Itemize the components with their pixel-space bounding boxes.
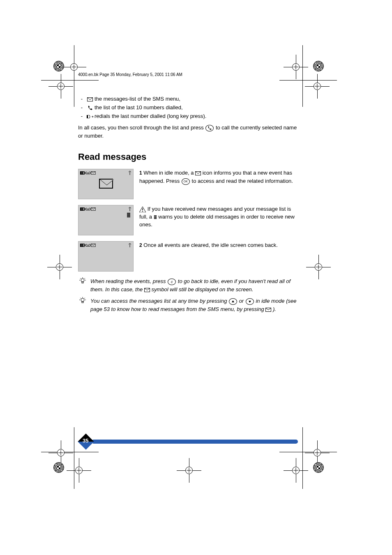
list-item-label: the list of the last 10 numbers dialled, [95, 104, 300, 112]
registration-mark-icon [177, 458, 201, 483]
instruction-row: 2 Once all events are cleared, the idle … [78, 241, 300, 272]
tip-paragraph: When reading the events, press c to go b… [78, 277, 300, 294]
envelope-icon [265, 306, 273, 312]
svg-point-6 [85, 172, 88, 174]
status-bar [80, 171, 131, 176]
registration-mark-icon [305, 440, 330, 465]
svg-rect-22 [127, 214, 130, 215]
decorative-bar [92, 440, 298, 444]
svg-rect-41 [82, 282, 83, 283]
signal-icon [128, 171, 131, 176]
c-button-icon: c [168, 279, 176, 285]
phone-screen-2 [78, 205, 134, 235]
instruction-text: 2 Once all events are cleared, the idle … [139, 241, 300, 249]
page-number: 35 [83, 438, 88, 444]
voicemail-icon [85, 243, 91, 248]
list-item: - the messages-list of the SMS menu, [78, 95, 300, 103]
list-item-label: redials the last number dialled (long ke… [95, 112, 300, 120]
svg-rect-23 [127, 215, 130, 216]
page-footer: 35 [80, 439, 298, 444]
tip-paragraph: You can access the messages list at any … [78, 297, 300, 313]
envelope-icon [144, 286, 152, 292]
instruction-text: If you have received new messages and yo… [139, 205, 300, 228]
envelope-icon [195, 170, 203, 176]
page-content: - the messages-list of the SMS menu, - t… [78, 94, 300, 317]
envelope-icon [85, 95, 95, 103]
registration-circle-icon [53, 61, 64, 71]
up-button-icon [229, 298, 237, 305]
svg-rect-33 [81, 244, 82, 246]
signal-icon [128, 207, 131, 212]
paragraph: In all cases, you then scroll through th… [78, 124, 300, 140]
svg-line-43 [80, 278, 81, 279]
svg-rect-24 [127, 216, 130, 217]
svg-rect-15 [82, 208, 83, 210]
new-message-icon [99, 179, 113, 189]
svg-rect-1 [87, 115, 88, 118]
svg-point-36 [89, 244, 91, 246]
phone-icon [85, 104, 95, 112]
warning-icon [139, 206, 148, 212]
registration-mark-icon [67, 458, 91, 483]
envelope-icon [91, 171, 96, 176]
phone-screen-3 [78, 241, 134, 272]
registration-mark-icon [284, 458, 308, 483]
svg-rect-49 [82, 302, 83, 303]
battery-icon [80, 171, 85, 176]
status-bar [80, 243, 131, 248]
svg-point-7 [89, 172, 91, 174]
signal-icon [128, 243, 131, 248]
phone-screen-1 [78, 169, 134, 199]
registration-mark-icon [284, 55, 308, 79]
list-item: - redials the last number dialled (long … [78, 112, 300, 120]
instruction-row: If you have received new messages and yo… [78, 205, 300, 235]
svg-point-26 [142, 211, 143, 212]
section-heading: Read messages [78, 152, 300, 162]
svg-rect-5 [82, 172, 83, 174]
registration-mark-icon [305, 74, 330, 99]
svg-line-52 [85, 298, 85, 299]
svg-rect-4 [81, 172, 82, 174]
svg-rect-34 [82, 244, 83, 246]
svg-point-35 [85, 244, 88, 246]
svg-line-44 [85, 278, 85, 279]
dash-icon: - [78, 95, 85, 103]
envelope-icon [91, 243, 96, 248]
svg-rect-30 [154, 218, 156, 219]
memory-full-icon [154, 214, 159, 220]
dash-icon: - [78, 104, 85, 112]
status-bar [80, 207, 131, 212]
registration-circle-icon [313, 61, 324, 71]
dash-icon: - [78, 112, 85, 120]
memory-full-icon [127, 213, 131, 219]
voicemail-icon [85, 207, 91, 212]
svg-point-17 [89, 208, 91, 210]
battery-icon [80, 243, 85, 248]
redial-icon [85, 112, 95, 120]
lightbulb-icon [78, 297, 87, 313]
envelope-icon [91, 207, 96, 212]
down-button-icon [246, 298, 254, 305]
voicemail-icon [85, 171, 91, 176]
ok-button-icon: OK [182, 178, 190, 185]
svg-rect-21 [127, 213, 130, 214]
lightbulb-icon [78, 277, 87, 294]
svg-point-16 [85, 208, 88, 210]
list-item: - the list of the last 10 numbers dialle… [78, 104, 300, 112]
registration-mark-icon [47, 255, 72, 279]
instruction-row: 1 When in idle mode, a icon informs you … [78, 169, 300, 199]
list-item-label: the messages-list of the SMS menu, [95, 95, 300, 103]
svg-rect-29 [154, 217, 156, 218]
battery-icon [80, 207, 85, 212]
svg-rect-14 [81, 208, 82, 210]
instruction-text: 1 When in idle mode, a icon informs you … [139, 169, 300, 185]
registration-circle-icon [313, 462, 324, 473]
svg-rect-27 [154, 215, 156, 216]
page-runner: 4000.en.bk Page 35 Monday, February 5, 2… [78, 72, 182, 77]
svg-point-40 [81, 279, 84, 282]
registration-mark-icon [306, 255, 331, 279]
svg-line-51 [80, 298, 81, 299]
svg-rect-28 [154, 216, 156, 217]
call-button-icon [205, 125, 214, 131]
svg-point-48 [81, 298, 84, 302]
